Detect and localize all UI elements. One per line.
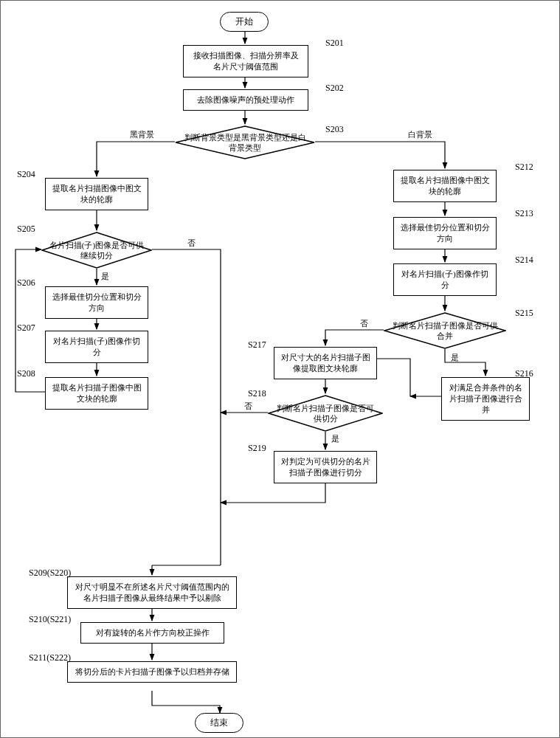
label-s215: S215: [515, 308, 533, 319]
s205-yes: 是: [101, 271, 109, 282]
s201-text: 接收扫描图像、扫描分辨率及名片尺寸阈值范围: [193, 51, 299, 71]
process-s207: 对名片扫描(子)图像作切分: [45, 331, 148, 363]
label-s206: S206: [17, 277, 35, 289]
s202-text: 去除图像噪声的预处理动作: [197, 95, 294, 104]
process-s211: 将切分后的卡片扫描子图像予以归档并存储: [67, 661, 237, 683]
label-s212: S212: [515, 162, 533, 173]
s209-text: 对尺寸明显不在所述名片尺寸阈值范围内的名片扫描子图像从最终结果中予以剔除: [75, 582, 229, 602]
label-s207: S207: [17, 323, 35, 334]
process-s212: 提取名片扫描图像中图文块的轮廓: [393, 170, 497, 202]
s218-text: 判断名片扫描子图像是否可供切分: [268, 403, 383, 424]
label-s219: S219: [248, 443, 266, 454]
decision-s218: 判断名片扫描子图像是否可供切分: [268, 395, 383, 432]
s207-text: 对名片扫描(子)图像作切分: [53, 337, 139, 356]
label-s205: S205: [17, 224, 35, 235]
process-s219: 对判定为可供切分的名片扫描子图像进行切分: [274, 451, 377, 483]
s205-no: 否: [187, 238, 196, 249]
label-s202: S202: [325, 83, 344, 94]
decision-s205: 名片扫描(子)图像是否可供继续切分: [41, 232, 152, 269]
s205-text: 名片扫描(子)图像是否可供继续切分: [41, 240, 152, 261]
label-s210: S210(S221): [29, 614, 71, 625]
s212-text: 提取名片扫描图像中图文块的轮廓: [401, 176, 490, 196]
decision-s215: 判断名片扫描子图像是否可供合并: [384, 312, 506, 349]
s218-yes: 是: [331, 433, 339, 444]
edge-white: 白背景: [408, 129, 432, 140]
flowchart-canvas: 开始 结束 接收扫描图像、扫描分辨率及名片尺寸阈值范围 S201 去除图像噪声的…: [0, 0, 560, 738]
label-s204: S204: [17, 169, 35, 180]
label-s216: S216: [515, 368, 533, 379]
s203-text: 判断背景类型是黑背景类型还是白背景类型: [175, 132, 315, 154]
process-s202: 去除图像噪声的预处理动作: [183, 89, 308, 111]
label-s209: S209(S220): [29, 568, 71, 579]
process-s206: 选择最佳切分位置和切分方向: [45, 286, 148, 319]
s215-text: 判断名片扫描子图像是否可供合并: [384, 320, 506, 342]
process-s201: 接收扫描图像、扫描分辨率及名片尺寸阈值范围: [183, 45, 308, 77]
start-terminator: 开始: [220, 12, 269, 32]
s217-text: 对尺寸大的名片扫描子图像提取图文块轮廓: [281, 353, 370, 373]
s213-text: 选择最佳切分位置和切分方向: [401, 223, 490, 243]
process-s210: 对有旋转的名片作方向校正操作: [80, 622, 224, 644]
start-label: 开始: [235, 16, 253, 27]
process-s213: 选择最佳切分位置和切分方向: [393, 217, 497, 249]
process-s209: 对尺寸明显不在所述名片尺寸阈值范围内的名片扫描子图像从最终结果中予以剔除: [67, 576, 237, 609]
label-s217: S217: [248, 339, 266, 351]
process-s204: 提取名片扫描图像中图文块的轮廓: [45, 178, 148, 210]
label-s208: S208: [17, 368, 35, 379]
label-s213: S213: [515, 208, 533, 219]
s216-text: 对满足合并条件的名片扫描子图像进行合并: [449, 383, 522, 414]
edge-black: 黑背景: [130, 129, 154, 140]
process-s214: 对名片扫描(子)图像作切分: [393, 263, 497, 296]
label-s201: S201: [325, 38, 344, 49]
s208-text: 提取名片扫描子图像中图文块的轮廓: [52, 383, 142, 403]
label-s218: S218: [248, 388, 266, 399]
s219-text: 对判定为可供切分的名片扫描子图像进行切分: [281, 457, 370, 477]
s206-text: 选择最佳切分位置和切分方向: [52, 292, 142, 312]
process-s217: 对尺寸大的名片扫描子图像提取图文块轮廓: [274, 347, 377, 379]
process-s208: 提取名片扫描子图像中图文块的轮廓: [45, 377, 148, 410]
s215-no: 否: [360, 318, 368, 329]
label-s211: S211(S222): [29, 652, 71, 663]
s218-no: 否: [244, 401, 252, 412]
s211-text: 将切分后的卡片扫描子图像予以归档并存储: [75, 667, 229, 676]
s215-yes: 是: [451, 352, 459, 363]
end-terminator: 结束: [195, 713, 243, 733]
s204-text: 提取名片扫描图像中图文块的轮廓: [52, 184, 142, 204]
label-s214: S214: [515, 255, 533, 266]
end-label: 结束: [210, 717, 228, 728]
label-s203: S203: [325, 124, 344, 135]
s210-text: 对有旋转的名片作方向校正操作: [96, 628, 210, 637]
s214-text: 对名片扫描(子)图像作切分: [401, 269, 488, 289]
decision-s203: 判断背景类型是黑背景类型还是白背景类型: [175, 125, 315, 159]
process-s216: 对满足合并条件的名片扫描子图像进行合并: [441, 377, 530, 421]
